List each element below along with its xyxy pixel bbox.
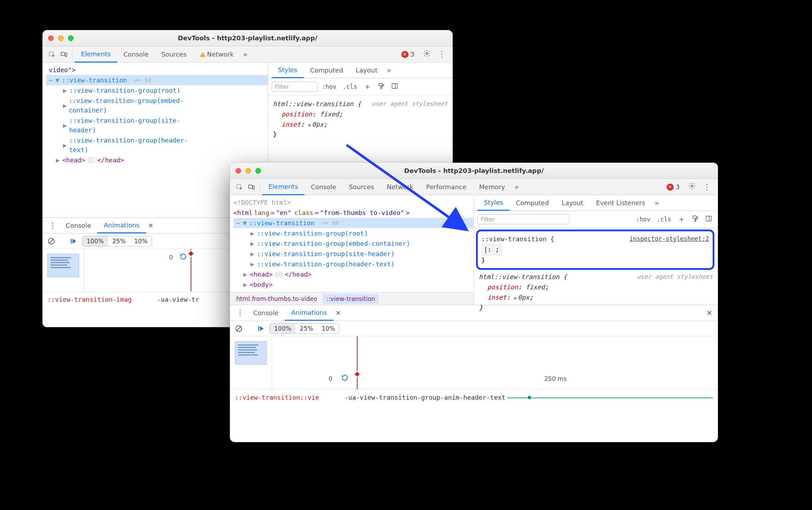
expand-icon[interactable]: ▶: [63, 140, 68, 150]
inspect-icon[interactable]: [46, 48, 58, 60]
subtabs-overflow-icon[interactable]: »: [384, 66, 394, 75]
speed-10[interactable]: 10%: [317, 324, 339, 334]
expand-icon[interactable]: ▼: [56, 75, 60, 85]
dom-node[interactable]: ▶ <body>: [233, 279, 474, 290]
expand-icon[interactable]: ▶: [243, 270, 248, 279]
expand-icon[interactable]: ▼: [243, 218, 248, 228]
tabs-overflow-icon[interactable]: »: [511, 182, 522, 191]
rule-source-link[interactable]: inspector-stylesheet:2: [630, 234, 709, 244]
tab-elements[interactable]: Elements: [262, 179, 304, 195]
titlebar[interactable]: DevTools - http203-playlist.netlify.app/: [42, 30, 453, 46]
hov-toggle[interactable]: :hov: [634, 215, 652, 224]
crumb-item-active[interactable]: ::view-transition: [323, 294, 379, 304]
animation-row[interactable]: ::view-transition::vie -ua-view-transiti…: [230, 389, 718, 405]
inspect-icon[interactable]: [233, 181, 245, 193]
css-rule[interactable]: user agent stylesheet html::view-transit…: [474, 271, 718, 316]
drawer-tab-console[interactable]: Console: [59, 218, 97, 233]
keyframe-diamond-icon[interactable]: [354, 371, 361, 378]
animations-timeline[interactable]: 0 250 ms: [272, 336, 718, 389]
tab-network[interactable]: Network: [193, 46, 240, 63]
tab-elements[interactable]: Elements: [75, 46, 117, 63]
speed-25[interactable]: 25%: [296, 324, 318, 334]
titlebar[interactable]: DevTools - http203-playlist.netlify.app/: [230, 163, 718, 179]
animation-thumbnail[interactable]: [235, 341, 267, 365]
drawer-more-icon[interactable]: ⋮: [233, 308, 247, 317]
expand-icon[interactable]: ▶: [250, 228, 255, 238]
drawer-tab-animations[interactable]: Animations: [285, 305, 333, 321]
animation-thumbnail[interactable]: [47, 254, 79, 277]
error-count[interactable]: ✕ 3: [667, 183, 680, 191]
subtab-styles[interactable]: Styles: [272, 63, 304, 78]
expand-icon[interactable]: ▶: [308, 122, 311, 128]
expand-icon[interactable]: ▶: [63, 86, 68, 95]
dom-node[interactable]: ▶::view-transition-group(root): [46, 85, 268, 95]
css-rule[interactable]: user agent stylesheet html::view-transit…: [268, 95, 453, 143]
subtab-computed[interactable]: Computed: [304, 63, 350, 78]
close-tab-icon[interactable]: ✕: [334, 309, 343, 317]
settings-icon[interactable]: [685, 182, 700, 192]
minimize-window-button[interactable]: [245, 168, 251, 174]
expand-icon[interactable]: ▶: [514, 295, 517, 301]
close-window-button[interactable]: [236, 168, 241, 174]
paint-icon[interactable]: [376, 81, 387, 92]
paint-icon[interactable]: [690, 214, 701, 225]
subtab-computed[interactable]: Computed: [510, 195, 556, 211]
speed-100[interactable]: 100%: [270, 324, 296, 334]
device-icon[interactable]: [245, 181, 257, 193]
tab-console[interactable]: Console: [304, 179, 342, 195]
dom-node-selected[interactable]: ⋯ ▼ ::view-transition == $0: [233, 218, 474, 228]
subtab-layout[interactable]: Layout: [349, 63, 384, 78]
subtab-styles[interactable]: Styles: [477, 195, 510, 211]
subtab-event-listeners[interactable]: Event Listeners: [590, 195, 651, 211]
play-icon[interactable]: [68, 236, 79, 247]
clear-icon[interactable]: [233, 323, 244, 334]
minimize-window-button[interactable]: [58, 35, 64, 41]
expand-icon[interactable]: ▶: [63, 121, 68, 130]
expand-icon[interactable]: ▶: [250, 239, 255, 248]
new-rule-icon[interactable]: ＋: [675, 213, 688, 226]
drawer-more-icon[interactable]: ⋮: [46, 221, 59, 230]
dom-node[interactable]: <html lang="en" class="from-thumbs to-vi…: [233, 208, 474, 218]
cls-toggle[interactable]: .cls: [655, 215, 673, 224]
css-property-edit[interactable]: |: ;: [481, 244, 501, 255]
subtab-layout[interactable]: Layout: [555, 195, 590, 211]
dom-node[interactable]: <!DOCTYPE html>: [233, 197, 474, 208]
dom-tree[interactable]: <!DOCTYPE html> <html lang="en" class="f…: [230, 195, 474, 292]
dom-node[interactable]: ▶::view-transition-group(embed-container…: [46, 95, 202, 115]
expand-icon[interactable]: ▶: [250, 259, 255, 269]
dom-node[interactable]: ▶::view-transition-group(root): [233, 228, 474, 238]
expand-icon[interactable]: ▶: [56, 155, 61, 165]
dom-tree[interactable]: video"> ⋯ ▼ ::view-transition == $0 ▶::v…: [42, 63, 268, 167]
dom-node[interactable]: ▶ <head> ⋯ </head>: [233, 269, 474, 279]
expand-icon[interactable]: ▶: [243, 280, 248, 289]
tab-sources[interactable]: Sources: [342, 179, 380, 195]
more-icon[interactable]: ⋮: [434, 50, 449, 59]
speed-100[interactable]: 100%: [82, 236, 108, 246]
computed-sidebar-icon[interactable]: [389, 81, 400, 92]
dom-node[interactable]: ▶::view-transition-group(header-text): [233, 259, 474, 269]
keyframe-diamond-icon[interactable]: [187, 250, 195, 257]
more-icon[interactable]: ⋮: [700, 182, 714, 191]
expand-icon[interactable]: ▶: [250, 249, 255, 259]
replay-icon[interactable]: [179, 253, 187, 262]
tab-performance[interactable]: Performance: [420, 179, 473, 195]
crumb-item[interactable]: html.from-thumbs.to-video: [233, 294, 321, 304]
dom-node[interactable]: ▶::view-transition-group(header-text): [46, 135, 202, 155]
filter-input[interactable]: Filter: [477, 214, 569, 224]
dom-node[interactable]: ▶::view-transition-group(embed-container…: [233, 238, 474, 249]
drawer-tab-console[interactable]: Console: [247, 305, 285, 321]
cls-toggle[interactable]: .cls: [341, 82, 359, 91]
computed-sidebar-icon[interactable]: [703, 214, 714, 225]
zoom-window-button[interactable]: [68, 35, 74, 41]
play-icon[interactable]: [255, 323, 266, 334]
filter-input[interactable]: Filter: [272, 82, 318, 92]
dom-node-selected[interactable]: ⋯ ▼ ::view-transition == $0: [46, 75, 268, 85]
close-window-button[interactable]: [48, 35, 54, 41]
zoom-window-button[interactable]: [255, 168, 261, 174]
tab-memory[interactable]: Memory: [473, 179, 511, 195]
css-rule-new-highlighted[interactable]: inspector-stylesheet:2 ::view-transition…: [476, 230, 714, 270]
dom-node[interactable]: video">: [46, 65, 268, 75]
replay-icon[interactable]: [341, 374, 349, 383]
tab-console[interactable]: Console: [117, 46, 155, 63]
device-icon[interactable]: [58, 48, 70, 60]
